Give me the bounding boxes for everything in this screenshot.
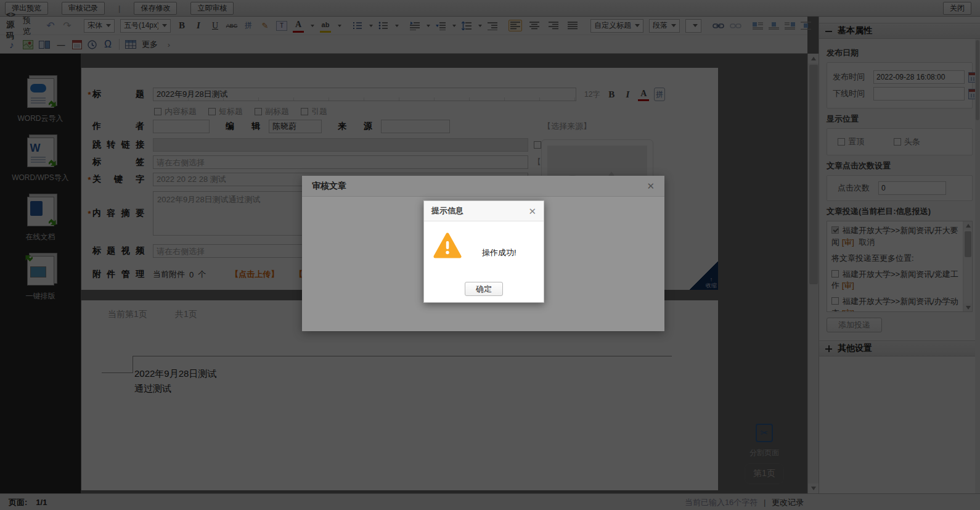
ok-button[interactable]: 确定 <box>465 282 503 296</box>
alert-dialog: 提示信息 ✕ 操作成功! 确定 <box>423 200 544 303</box>
warning-icon <box>433 232 462 261</box>
alert-body: 操作成功! 确定 <box>424 221 544 303</box>
alert-title: 提示信息 <box>431 205 463 216</box>
alert-header: 提示信息 ✕ <box>424 201 544 221</box>
close-icon[interactable]: ✕ <box>528 207 536 216</box>
alert-message: 操作成功! <box>482 247 517 258</box>
